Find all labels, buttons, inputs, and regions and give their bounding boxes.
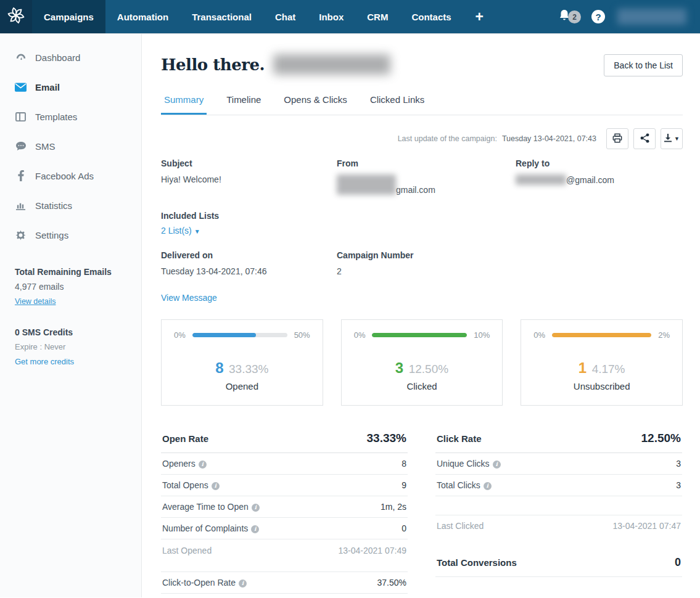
sidebar-item-label: Statistics: [35, 200, 72, 211]
tab-timeline[interactable]: Timeline: [223, 94, 264, 115]
gauge-min-label: 0%: [533, 330, 545, 340]
total-conversions-label: Total Conversions: [437, 557, 517, 568]
delivered-on-block: Delivered on Tuesday 13-04-2021, 07:46: [161, 250, 337, 276]
subject-value: Hiya! Welcome!: [161, 174, 337, 184]
total-conversions-value: 0: [675, 556, 681, 569]
sidebar-item-facebook-ads[interactable]: Facebook Ads: [0, 161, 141, 190]
sidebar-item-templates[interactable]: Templates: [0, 102, 141, 131]
campaign-number-value: 2: [337, 266, 516, 276]
table-row: Average Time to Openi 1m, 2s: [161, 496, 408, 518]
top-nav: Campaigns Automation Transactional Chat …: [0, 0, 700, 34]
info-icon[interactable]: i: [199, 461, 207, 469]
table-row: Total Opensi 9: [161, 475, 408, 496]
clicked-count: 3: [395, 359, 403, 376]
nav-item-campaigns[interactable]: Campaigns: [32, 0, 105, 33]
unsubscribed-percent: 4.17%: [592, 362, 625, 375]
nav-right-cluster: 2 ?: [558, 0, 700, 33]
gauge-fill: [552, 333, 651, 337]
settings-icon: [15, 230, 27, 240]
nav-item-contacts[interactable]: Contacts: [400, 0, 463, 33]
subject-label: Subject: [161, 158, 337, 168]
main-content: Hello there. Back to the List Summary Ti…: [142, 34, 700, 597]
gauge-min-label: 0%: [174, 330, 186, 340]
gauge-track: [372, 333, 467, 337]
sidebar-item-sms[interactable]: SMS: [0, 131, 141, 161]
back-to-list-button[interactable]: Back to the List: [604, 54, 683, 76]
report-tabs: Summary Timeline Opens & Clicks Clicked …: [161, 94, 683, 115]
tab-clicked-links[interactable]: Clicked Links: [367, 94, 427, 115]
view-details-link[interactable]: View details: [15, 297, 56, 306]
sidebar-item-dashboard[interactable]: Dashboard: [0, 43, 141, 72]
sms-credits-title: 0 SMS Credits: [15, 327, 126, 337]
opened-percent: 33.33%: [229, 362, 268, 375]
add-app-button[interactable]: +: [463, 0, 496, 33]
nav-item-crm[interactable]: CRM: [355, 0, 400, 33]
print-button[interactable]: [606, 128, 628, 149]
gauge-label-unsubscribed: Unsubscribed: [533, 381, 670, 391]
from-address-redacted: [337, 174, 396, 195]
campaign-number-label: Campaign Number: [337, 250, 516, 260]
gauge-track: [192, 333, 287, 337]
table-row: Openersi 8: [161, 453, 408, 475]
open-rate-value: 33.33%: [367, 432, 406, 445]
notifications-button[interactable]: 2: [558, 9, 570, 25]
info-icon[interactable]: i: [251, 525, 259, 533]
included-lists-label: Included Lists: [161, 211, 337, 221]
gauge-fill: [372, 333, 467, 337]
click-rate-table: Click Rate 12.50% Unique Clicksi 3 Total…: [435, 432, 682, 597]
notification-badge: 2: [568, 10, 581, 23]
from-domain-text: gmail.com: [396, 185, 435, 195]
help-button[interactable]: ?: [591, 10, 605, 23]
table-row: Number of Complaintsi 0: [161, 518, 408, 539]
info-icon[interactable]: i: [239, 580, 247, 588]
table-row: Last Opened 13-04-2021 07:49: [161, 539, 408, 561]
info-icon[interactable]: i: [252, 504, 260, 512]
view-message-link[interactable]: View Message: [161, 293, 217, 303]
remaining-emails-title: Total Remaining Emails: [15, 267, 126, 277]
reply-address-redacted: [516, 174, 566, 185]
sidebar-item-label: Email: [35, 82, 60, 92]
info-icon[interactable]: i: [493, 461, 501, 469]
last-update-label: Last update of the campaign:: [398, 134, 497, 143]
clicked-percent: 12.50%: [409, 362, 448, 375]
included-lists-dropdown[interactable]: 2 List(s) ▼: [161, 226, 200, 236]
gauge-cards: 0% 50% 8 33.33% Opened 0% 10% 3: [161, 319, 683, 406]
account-name-redacted[interactable]: [617, 9, 686, 25]
gauge-label-clicked: Clicked: [354, 381, 490, 391]
sidebar-item-email[interactable]: Email: [0, 72, 141, 102]
get-more-credits-link[interactable]: Get more credits: [15, 357, 74, 366]
nav-item-automation[interactable]: Automation: [105, 0, 180, 33]
brand-logo[interactable]: [0, 0, 32, 33]
tab-opens-clicks[interactable]: Opens & Clicks: [281, 94, 350, 115]
sidebar-item-settings[interactable]: Settings: [0, 220, 141, 250]
reply-to-block: Reply to @gmail.com: [516, 158, 683, 195]
reply-to-label: Reply to: [516, 158, 683, 168]
delivered-on-value: Tuesday 13-04-2021, 07:46: [161, 266, 337, 276]
nav-item-inbox[interactable]: Inbox: [307, 0, 355, 33]
click-rate-value: 12.50%: [641, 432, 681, 445]
share-button[interactable]: [633, 128, 656, 149]
info-icon[interactable]: i: [212, 482, 220, 490]
gauge-card-clicked: 0% 10% 3 12.50% Clicked: [341, 319, 503, 406]
sidebar-item-label: SMS: [35, 141, 56, 152]
sidebar-item-statistics[interactable]: Statistics: [0, 190, 141, 220]
share-icon: [640, 133, 649, 145]
download-icon: [664, 133, 672, 144]
table-row: Unique Clicksi 3: [435, 453, 682, 475]
print-icon: [612, 133, 622, 145]
gauge-track: [552, 333, 651, 337]
download-button[interactable]: ▼: [661, 128, 683, 149]
table-row: Average Time to Clicki 3s: [161, 594, 408, 597]
gauge-max-label: 10%: [474, 330, 490, 340]
sidebar-item-label: Dashboard: [35, 52, 80, 63]
nav-item-chat[interactable]: Chat: [263, 0, 307, 33]
table-row: Click-to-Open Ratei 37.50%: [161, 572, 408, 594]
campaign-details: Subject Hiya! Welcome! From gmail.com Re…: [161, 158, 683, 303]
nav-item-transactional[interactable]: Transactional: [180, 0, 263, 33]
gauge-card-opened: 0% 50% 8 33.33% Opened: [161, 319, 323, 406]
tab-summary[interactable]: Summary: [161, 94, 207, 115]
templates-icon: [15, 112, 27, 121]
sidebar-item-label: Settings: [35, 230, 68, 240]
facebook-icon: [15, 170, 27, 181]
info-icon[interactable]: i: [484, 482, 492, 490]
